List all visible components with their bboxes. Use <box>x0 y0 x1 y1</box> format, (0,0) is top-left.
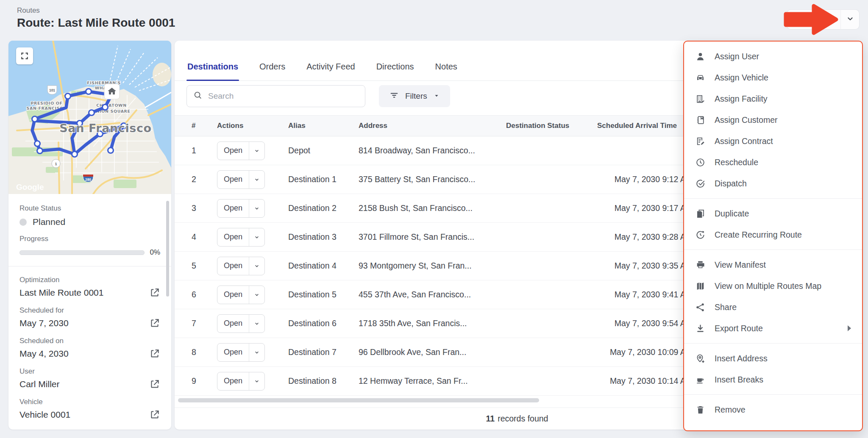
row-address: 2158 Bush St, San Francisco... <box>359 203 506 213</box>
open-caret-button[interactable] <box>249 228 264 246</box>
menu-divider <box>684 249 862 250</box>
external-link-icon[interactable] <box>149 379 160 390</box>
row-address: 3701 Fillmore St, San Francis... <box>359 232 506 242</box>
tab-notes[interactable]: Notes <box>434 62 458 80</box>
menu-item-assign-contract[interactable]: Assign Contract <box>684 130 862 152</box>
open-button[interactable]: Open <box>217 314 265 333</box>
menu-item-duplicate[interactable]: Duplicate <box>684 203 862 224</box>
menu-item-assign-user[interactable]: Assign User <box>684 46 862 67</box>
open-caret-button[interactable] <box>249 286 264 304</box>
menu-item-view-manifest[interactable]: View Manifest <box>684 254 862 275</box>
search-input[interactable] <box>207 91 359 101</box>
field-label: Scheduled for <box>19 306 160 315</box>
filters-label: Filters <box>405 91 427 101</box>
progress-value: 0% <box>150 248 160 257</box>
field-value: Carl Miller <box>19 379 60 389</box>
open-caret-button[interactable] <box>249 257 264 275</box>
external-link-icon[interactable] <box>149 318 160 329</box>
menu-item-remove[interactable]: Remove <box>684 399 862 420</box>
menu-item-create-recurring-route[interactable]: Create Recurring Route <box>684 224 862 245</box>
recurring-route-icon <box>695 230 706 240</box>
row-number: 4 <box>175 232 217 242</box>
open-button[interactable]: Open <box>217 286 265 304</box>
tab-activity-feed[interactable]: Activity Feed <box>306 62 356 80</box>
row-alias: Destination 8 <box>288 376 359 386</box>
menu-item-reschedule[interactable]: Reschedule <box>684 152 862 173</box>
user-icon <box>695 51 706 62</box>
route-map[interactable]: FISHERMAN'S WHARF PRESIDIO OF SAN FRANCI… <box>8 41 171 194</box>
annotation-arrow-icon <box>782 2 840 39</box>
menu-item-assign-facility[interactable]: Assign Facility <box>684 88 862 109</box>
menu-item-view-multiple-routes-map[interactable]: View on Multiple Routes Map <box>684 275 862 297</box>
open-button[interactable]: Open <box>217 228 265 247</box>
map-fullscreen-button[interactable] <box>16 47 33 64</box>
svg-text:280: 280 <box>85 177 91 182</box>
row-address: 93 Montgomery St, San Fran... <box>359 261 506 271</box>
customer-icon <box>695 115 706 125</box>
tab-orders[interactable]: Orders <box>259 62 286 80</box>
route-summary-content: Route Status Planned Progress 0% Optimiz… <box>8 194 171 420</box>
menu-item-insert-breaks[interactable]: Insert Breaks <box>684 369 862 390</box>
external-link-icon[interactable] <box>149 348 160 359</box>
filters-button[interactable]: Filters <box>379 85 450 107</box>
row-alias: Depot <box>288 146 359 155</box>
row-number: 7 <box>175 319 217 328</box>
open-caret-button[interactable] <box>249 372 264 390</box>
external-link-icon[interactable] <box>149 287 160 298</box>
svg-text:PRESIDIO OF: PRESIDIO OF <box>31 101 62 105</box>
divider <box>8 266 171 266</box>
open-button[interactable]: Open <box>217 372 265 391</box>
row-number: 5 <box>175 261 217 271</box>
menu-item-export-route[interactable]: Export Route <box>684 318 862 339</box>
highway-shield-1: 1 <box>52 159 60 168</box>
row-arrival: May 7, 2030 9:12 AM <box>597 175 693 184</box>
open-caret-button[interactable] <box>249 171 264 189</box>
open-caret-button[interactable] <box>249 142 264 160</box>
sidebar-scrollbar[interactable] <box>166 201 169 297</box>
open-caret-button[interactable] <box>249 315 264 333</box>
field-value: May 4, 2030 <box>19 349 69 359</box>
row-address: 814 Broadway, San Francisco... <box>359 146 506 155</box>
row-alias: Destination 7 <box>288 347 359 357</box>
route-status-label: Route Status <box>19 204 160 213</box>
check-circle-icon <box>695 178 706 189</box>
col-scheduled-arrival: Scheduled Arrival Time <box>597 122 693 130</box>
menu-item-dispatch[interactable]: Dispatch <box>684 173 862 194</box>
menu-item-insert-address[interactable]: Insert Address <box>684 348 862 369</box>
row-number: 6 <box>175 290 217 299</box>
row-number: 9 <box>175 376 217 386</box>
tab-directions[interactable]: Directions <box>376 62 415 80</box>
row-arrival: May 7, 2030 9:28 AM <box>597 232 693 242</box>
external-link-icon[interactable] <box>149 409 160 420</box>
route-actions-menu: Assign User Assign Vehicle Assign Facili… <box>683 41 863 431</box>
open-button[interactable]: Open <box>217 170 265 189</box>
search-box <box>186 85 365 107</box>
open-button[interactable]: Open <box>217 141 265 160</box>
menu-item-assign-vehicle[interactable]: Assign Vehicle <box>684 67 862 88</box>
fullscreen-icon <box>20 52 29 60</box>
trash-icon <box>695 405 706 415</box>
row-address: 12 Hemway Terrace, San Fr... <box>359 376 506 386</box>
tab-destinations[interactable]: Destinations <box>186 62 239 80</box>
duplicate-icon <box>695 208 706 219</box>
open-button[interactable]: Open <box>217 199 265 218</box>
col-destination-status: Destination Status <box>506 122 597 130</box>
open-button[interactable]: Open <box>217 343 265 362</box>
route-actions-caret-button[interactable] <box>841 9 860 30</box>
status-dot <box>19 219 27 226</box>
open-button[interactable]: Open <box>217 257 265 275</box>
horizontal-scrollbar[interactable] <box>178 398 539 402</box>
menu-divider <box>684 198 862 199</box>
menu-item-share[interactable]: Share <box>684 297 862 318</box>
progress-label: Progress <box>19 235 160 243</box>
breadcrumb[interactable]: Routes <box>17 6 40 15</box>
menu-divider <box>684 343 862 344</box>
menu-item-assign-customer[interactable]: Assign Customer <box>684 109 862 130</box>
svg-text:1: 1 <box>55 162 57 166</box>
chevron-down-icon <box>846 14 855 25</box>
open-caret-button[interactable] <box>249 200 264 217</box>
open-caret-button[interactable] <box>249 344 264 361</box>
field-scheduled-on: Scheduled on May 4, 2030 <box>19 337 160 359</box>
row-number: 8 <box>175 347 217 357</box>
field-value: May 7, 2030 <box>19 318 69 328</box>
